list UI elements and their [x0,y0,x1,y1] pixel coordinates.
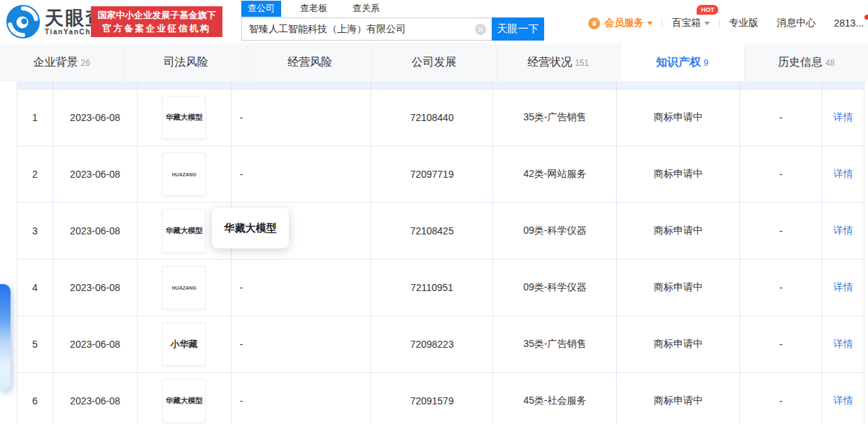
category-cell: 35类-广告销售 [493,316,617,373]
nav-tab-2[interactable]: 经营风险 [248,43,372,81]
page: 天眼查 TianYanCha.com 国家中小企业发展子基金旗下 官方备案企业征… [0,0,868,424]
pro-label: 专业版 [729,17,758,29]
nav-tab-count: 26 [81,58,90,68]
detail-link[interactable]: 详情 [834,338,853,351]
header-strip-cell [138,81,232,90]
trademark-image[interactable]: 华藏大模型 [162,96,206,139]
nav-tab-3[interactable]: 公司发展 [372,43,496,81]
index-cell: 4 [17,260,53,316]
name-cell: - [232,316,371,373]
search-button[interactable]: 天眼一下 [492,17,544,41]
trademark-text: HUAZANG [172,172,197,177]
header-strip-cell [740,81,823,90]
status-cell: 商标申请中 [617,146,740,203]
search-input[interactable] [241,17,492,41]
eye-swirl-icon [6,4,41,39]
status-cell: 商标申请中 [617,260,740,316]
category-cell: 45类-社会服务 [493,373,617,424]
detail-link[interactable]: 详情 [834,395,853,407]
badge-line2: 官方备案企业征信机构 [103,22,211,35]
table-row: 62023-06-08华藏大模型-7209157945类-社会服务商标申请中-详… [17,373,865,424]
trademark-image[interactable]: 小华藏 [162,323,206,366]
menu-vip-services[interactable]: ♛ 会员服务 [588,17,653,29]
detail-link[interactable]: 详情 [834,111,853,124]
category-cell: 09类-科学仪器 [493,203,617,260]
menu-user-counter[interactable]: 2813... [834,17,864,29]
trademark-image[interactable]: HUAZANG [162,266,206,309]
search-tabs: 查公司查老板查关系 [241,1,544,17]
index-cell: 3 [17,203,53,260]
trademark-image[interactable]: 华藏大模型 [162,379,206,423]
reg_no-cell: 72108440 [371,90,494,146]
trademark-image[interactable]: 华藏大模型 [162,209,206,253]
official-credit-badge: 国家中小企业发展子基金旗下 官方备案企业征信机构 [91,6,222,37]
trademark-tooltip: 华藏大模型 [212,208,289,248]
nav-tab-label: 历史信息 [778,55,823,70]
detail-link[interactable]: 详情 [834,281,853,294]
date-cell: 2023-06-08 [53,373,138,424]
extra-cell: - [740,90,823,146]
menu-pro-version[interactable]: 专业版 [729,17,758,29]
category-cell: 09类-科学仪器 [493,260,617,316]
header-strip-cell [823,81,865,90]
nav-tab-count: 151 [575,58,589,68]
clear-search-icon[interactable]: ✕ [475,24,486,35]
status-cell: 商标申请中 [617,373,740,424]
name-cell: - [232,90,371,146]
name-cell: - [232,373,371,424]
nav-tab-5[interactable]: 知识产权9 [620,43,744,81]
menu-toolbox[interactable]: HOT 百宝箱 [671,17,710,29]
counter-label: 2813... [834,17,864,29]
trademark-image[interactable]: HUAZANG [162,153,206,196]
divider [662,18,662,28]
extra-cell: - [740,373,823,424]
table-row: 32023-06-08华藏大模型-7210842509类-科学仪器商标申请中-详… [17,203,865,260]
toolbox-label: 百宝箱 [671,17,701,29]
trademark-text: HUAZANG [172,285,197,290]
trademark-text: 小华藏 [171,338,198,351]
tooltip-text: 华藏大模型 [225,222,277,235]
name-cell: - [232,146,371,203]
notification-dot [865,15,868,20]
name-cell: - [232,260,371,316]
nav-tab-label: 司法风险 [164,55,208,70]
table-row: 22023-06-08HUAZANG-7209771942类-网站服务商标申请中… [17,146,865,203]
divider [719,18,720,28]
reg_no-cell: 72091579 [371,373,494,424]
reg_no-cell: 72108425 [371,203,494,260]
status-cell: 商标申请中 [617,316,740,373]
nav-tab-label: 企业背景 [34,55,78,70]
action-cell: 详情 [823,260,865,316]
trademark-text: 华藏大模型 [166,113,203,122]
table-row: 52023-06-08小华藏-7209822335类-广告销售商标申请中-详情 [17,316,865,373]
detail-link[interactable]: 详情 [834,225,853,237]
search-tab-0[interactable]: 查公司 [241,1,281,17]
crown-icon: ♛ [588,17,600,29]
trademark-table: 12023-06-08华藏大模型-7210844035类-广告销售商标申请中-详… [17,81,865,424]
nav-tab-6[interactable]: 历史信息48 [745,43,868,81]
detail-link[interactable]: 详情 [834,168,853,181]
floating-side-widget[interactable] [0,284,10,390]
nav-tab-1[interactable]: 司法风险 [124,43,248,81]
reg_no-cell: 72110951 [371,260,494,316]
nav-tab-4[interactable]: 经营状况151 [497,43,620,81]
search-tab-2[interactable]: 查关系 [346,1,386,17]
reg_no-cell: 72097719 [371,146,494,203]
search-tab-1[interactable]: 查老板 [294,1,334,17]
action-cell: 详情 [823,90,865,146]
trademark-image-cell: 华藏大模型 [138,90,232,146]
action-cell: 详情 [823,316,865,373]
chevron-down-icon [704,22,710,25]
menu-message-center[interactable]: 消息中心 [776,17,816,29]
nav-tab-label: 知识产权 [656,55,701,70]
chevron-down-icon [647,22,653,25]
nav-tab-0[interactable]: 企业背景26 [0,43,124,81]
category-cell: 35类-广告销售 [493,90,617,146]
index-cell: 5 [17,316,53,373]
trademark-image-cell: HUAZANG [138,146,232,203]
date-cell: 2023-06-08 [53,146,138,203]
date-cell: 2023-06-08 [53,90,138,146]
index-cell: 6 [17,373,53,424]
extra-cell: - [740,316,823,373]
trademark-image-cell: 小华藏 [138,316,232,373]
